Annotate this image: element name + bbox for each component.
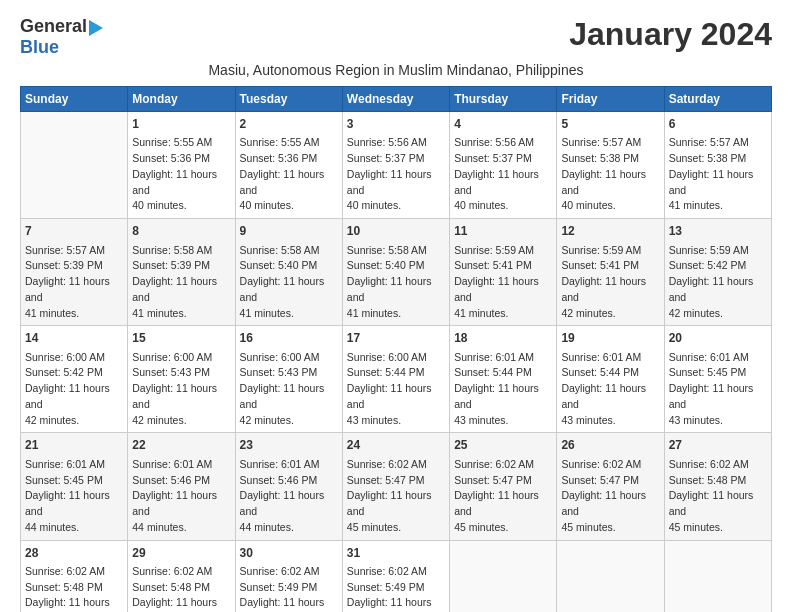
- calendar-cell: [21, 112, 128, 219]
- calendar-cell: 4Sunrise: 5:56 AMSunset: 5:37 PMDaylight…: [450, 112, 557, 219]
- calendar-cell: 9Sunrise: 5:58 AMSunset: 5:40 PMDaylight…: [235, 219, 342, 326]
- day-number: 14: [25, 330, 123, 347]
- week-row-5: 28Sunrise: 6:02 AMSunset: 5:48 PMDayligh…: [21, 540, 772, 612]
- day-info: Sunrise: 6:02 AMSunset: 5:47 PMDaylight:…: [347, 457, 445, 536]
- day-number: 18: [454, 330, 552, 347]
- calendar-cell: 24Sunrise: 6:02 AMSunset: 5:47 PMDayligh…: [342, 433, 449, 540]
- day-info: Sunrise: 5:59 AMSunset: 5:42 PMDaylight:…: [669, 243, 767, 322]
- week-row-4: 21Sunrise: 6:01 AMSunset: 5:45 PMDayligh…: [21, 433, 772, 540]
- day-number: 17: [347, 330, 445, 347]
- day-number: 6: [669, 116, 767, 133]
- day-info: Sunrise: 6:02 AMSunset: 5:49 PMDaylight:…: [347, 564, 445, 612]
- day-number: 5: [561, 116, 659, 133]
- calendar-cell: 5Sunrise: 5:57 AMSunset: 5:38 PMDaylight…: [557, 112, 664, 219]
- calendar-cell: 25Sunrise: 6:02 AMSunset: 5:47 PMDayligh…: [450, 433, 557, 540]
- logo: General Blue: [20, 16, 103, 58]
- day-number: 26: [561, 437, 659, 454]
- day-number: 24: [347, 437, 445, 454]
- calendar-cell: 6Sunrise: 5:57 AMSunset: 5:38 PMDaylight…: [664, 112, 771, 219]
- day-number: 28: [25, 545, 123, 562]
- day-number: 22: [132, 437, 230, 454]
- calendar-cell: 14Sunrise: 6:00 AMSunset: 5:42 PMDayligh…: [21, 326, 128, 433]
- day-number: 4: [454, 116, 552, 133]
- day-info: Sunrise: 6:01 AMSunset: 5:46 PMDaylight:…: [240, 457, 338, 536]
- day-info: Sunrise: 6:00 AMSunset: 5:44 PMDaylight:…: [347, 350, 445, 429]
- calendar-cell: [557, 540, 664, 612]
- day-info: Sunrise: 6:00 AMSunset: 5:42 PMDaylight:…: [25, 350, 123, 429]
- weekday-header-monday: Monday: [128, 87, 235, 112]
- calendar-cell: 19Sunrise: 6:01 AMSunset: 5:44 PMDayligh…: [557, 326, 664, 433]
- calendar-cell: 22Sunrise: 6:01 AMSunset: 5:46 PMDayligh…: [128, 433, 235, 540]
- logo-blue: Blue: [20, 37, 59, 57]
- calendar-cell: 20Sunrise: 6:01 AMSunset: 5:45 PMDayligh…: [664, 326, 771, 433]
- calendar-cell: 23Sunrise: 6:01 AMSunset: 5:46 PMDayligh…: [235, 433, 342, 540]
- calendar-cell: 8Sunrise: 5:58 AMSunset: 5:39 PMDaylight…: [128, 219, 235, 326]
- header: General Blue January 2024: [20, 16, 772, 58]
- calendar-cell: 15Sunrise: 6:00 AMSunset: 5:43 PMDayligh…: [128, 326, 235, 433]
- day-number: 9: [240, 223, 338, 240]
- calendar-cell: 1Sunrise: 5:55 AMSunset: 5:36 PMDaylight…: [128, 112, 235, 219]
- day-info: Sunrise: 6:02 AMSunset: 5:48 PMDaylight:…: [132, 564, 230, 612]
- day-info: Sunrise: 5:59 AMSunset: 5:41 PMDaylight:…: [454, 243, 552, 322]
- calendar-cell: 2Sunrise: 5:55 AMSunset: 5:36 PMDaylight…: [235, 112, 342, 219]
- logo-icon: [89, 20, 103, 36]
- day-info: Sunrise: 5:59 AMSunset: 5:41 PMDaylight:…: [561, 243, 659, 322]
- calendar-cell: 26Sunrise: 6:02 AMSunset: 5:47 PMDayligh…: [557, 433, 664, 540]
- calendar-cell: 10Sunrise: 5:58 AMSunset: 5:40 PMDayligh…: [342, 219, 449, 326]
- calendar-cell: 17Sunrise: 6:00 AMSunset: 5:44 PMDayligh…: [342, 326, 449, 433]
- day-number: 15: [132, 330, 230, 347]
- day-number: 30: [240, 545, 338, 562]
- calendar-cell: 11Sunrise: 5:59 AMSunset: 5:41 PMDayligh…: [450, 219, 557, 326]
- calendar-cell: [664, 540, 771, 612]
- week-row-3: 14Sunrise: 6:00 AMSunset: 5:42 PMDayligh…: [21, 326, 772, 433]
- calendar-cell: 12Sunrise: 5:59 AMSunset: 5:41 PMDayligh…: [557, 219, 664, 326]
- day-number: 23: [240, 437, 338, 454]
- day-number: 29: [132, 545, 230, 562]
- calendar-cell: 31Sunrise: 6:02 AMSunset: 5:49 PMDayligh…: [342, 540, 449, 612]
- weekday-header-sunday: Sunday: [21, 87, 128, 112]
- day-info: Sunrise: 5:57 AMSunset: 5:38 PMDaylight:…: [669, 135, 767, 214]
- weekday-header-saturday: Saturday: [664, 87, 771, 112]
- day-info: Sunrise: 5:58 AMSunset: 5:40 PMDaylight:…: [347, 243, 445, 322]
- day-info: Sunrise: 6:01 AMSunset: 5:45 PMDaylight:…: [669, 350, 767, 429]
- day-info: Sunrise: 5:57 AMSunset: 5:38 PMDaylight:…: [561, 135, 659, 214]
- day-info: Sunrise: 6:00 AMSunset: 5:43 PMDaylight:…: [132, 350, 230, 429]
- week-row-1: 1Sunrise: 5:55 AMSunset: 5:36 PMDaylight…: [21, 112, 772, 219]
- day-info: Sunrise: 6:02 AMSunset: 5:49 PMDaylight:…: [240, 564, 338, 612]
- day-number: 25: [454, 437, 552, 454]
- day-number: 13: [669, 223, 767, 240]
- calendar-cell: 16Sunrise: 6:00 AMSunset: 5:43 PMDayligh…: [235, 326, 342, 433]
- day-info: Sunrise: 6:01 AMSunset: 5:46 PMDaylight:…: [132, 457, 230, 536]
- calendar-cell: 28Sunrise: 6:02 AMSunset: 5:48 PMDayligh…: [21, 540, 128, 612]
- calendar-cell: 29Sunrise: 6:02 AMSunset: 5:48 PMDayligh…: [128, 540, 235, 612]
- weekday-header-tuesday: Tuesday: [235, 87, 342, 112]
- day-info: Sunrise: 6:02 AMSunset: 5:48 PMDaylight:…: [25, 564, 123, 612]
- week-row-2: 7Sunrise: 5:57 AMSunset: 5:39 PMDaylight…: [21, 219, 772, 326]
- day-number: 1: [132, 116, 230, 133]
- calendar-cell: 13Sunrise: 5:59 AMSunset: 5:42 PMDayligh…: [664, 219, 771, 326]
- day-number: 20: [669, 330, 767, 347]
- calendar-cell: [450, 540, 557, 612]
- day-number: 8: [132, 223, 230, 240]
- weekday-header-row: SundayMondayTuesdayWednesdayThursdayFrid…: [21, 87, 772, 112]
- day-number: 31: [347, 545, 445, 562]
- calendar-cell: 18Sunrise: 6:01 AMSunset: 5:44 PMDayligh…: [450, 326, 557, 433]
- day-number: 21: [25, 437, 123, 454]
- day-number: 10: [347, 223, 445, 240]
- calendar-cell: 7Sunrise: 5:57 AMSunset: 5:39 PMDaylight…: [21, 219, 128, 326]
- calendar-table: SundayMondayTuesdayWednesdayThursdayFrid…: [20, 86, 772, 612]
- day-number: 19: [561, 330, 659, 347]
- calendar-cell: 3Sunrise: 5:56 AMSunset: 5:37 PMDaylight…: [342, 112, 449, 219]
- day-info: Sunrise: 5:57 AMSunset: 5:39 PMDaylight:…: [25, 243, 123, 322]
- day-number: 16: [240, 330, 338, 347]
- day-info: Sunrise: 5:55 AMSunset: 5:36 PMDaylight:…: [132, 135, 230, 214]
- day-info: Sunrise: 6:01 AMSunset: 5:44 PMDaylight:…: [454, 350, 552, 429]
- weekday-header-thursday: Thursday: [450, 87, 557, 112]
- day-info: Sunrise: 5:56 AMSunset: 5:37 PMDaylight:…: [347, 135, 445, 214]
- day-number: 11: [454, 223, 552, 240]
- day-info: Sunrise: 5:58 AMSunset: 5:39 PMDaylight:…: [132, 243, 230, 322]
- day-info: Sunrise: 6:02 AMSunset: 5:47 PMDaylight:…: [454, 457, 552, 536]
- day-info: Sunrise: 6:02 AMSunset: 5:47 PMDaylight:…: [561, 457, 659, 536]
- calendar-cell: 21Sunrise: 6:01 AMSunset: 5:45 PMDayligh…: [21, 433, 128, 540]
- calendar-cell: 30Sunrise: 6:02 AMSunset: 5:49 PMDayligh…: [235, 540, 342, 612]
